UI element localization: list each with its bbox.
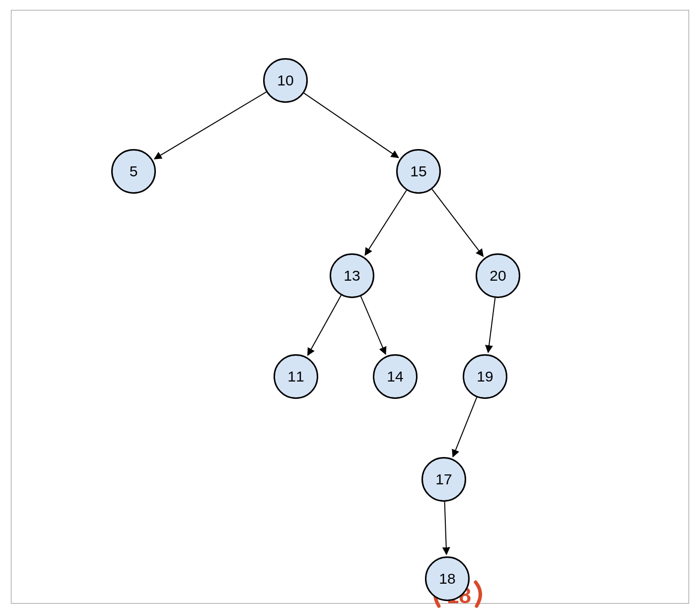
- edge-n15-n20: [432, 189, 483, 256]
- tree-node-10: 10: [263, 58, 308, 103]
- edge-n10-n15: [304, 93, 398, 157]
- edge-n13-n14: [361, 296, 386, 354]
- diagram-canvas: { "diagram": { "type": "binary-search-tr…: [0, 0, 700, 616]
- edge-n15-n13: [365, 190, 406, 255]
- edge-n19-n17: [453, 397, 477, 457]
- edges-layer: 18: [0, 0, 700, 616]
- tree-node-19: 19: [463, 354, 507, 399]
- tree-node-11: 11: [274, 354, 318, 399]
- edge-n17-nlast: [445, 502, 447, 554]
- tree-node-18: 18: [425, 556, 470, 601]
- edge-n13-n11: [308, 295, 341, 355]
- edge-n20-n19: [488, 298, 495, 353]
- tree-node-14: 14: [373, 354, 418, 399]
- tree-node-17: 17: [421, 457, 466, 502]
- edge-n10-n5: [154, 92, 266, 159]
- tree-node-20: 20: [476, 253, 520, 298]
- annotation-stroke-right: [476, 582, 481, 606]
- tree-node-15: 15: [396, 149, 441, 194]
- tree-node-13: 13: [330, 253, 374, 298]
- tree-node-5: 5: [111, 149, 156, 194]
